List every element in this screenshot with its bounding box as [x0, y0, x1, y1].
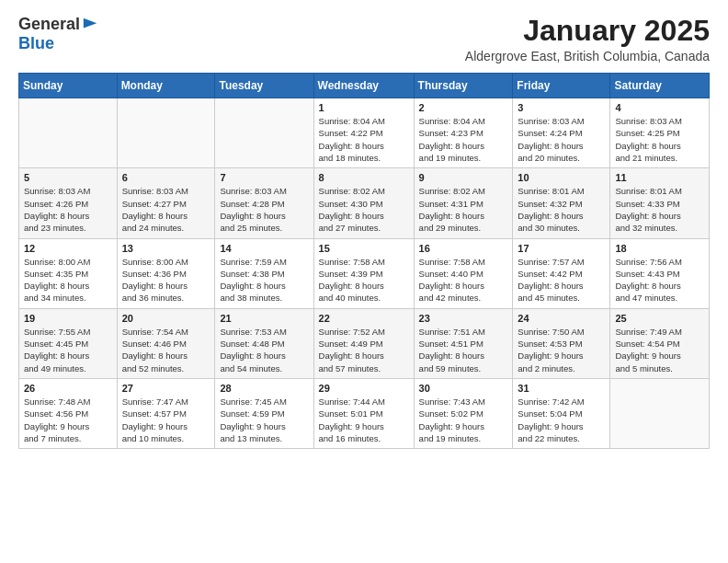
calendar-cell: 13Sunrise: 8:00 AM Sunset: 4:36 PM Dayli…	[117, 238, 215, 308]
day-number: 4	[615, 102, 704, 113]
day-info: Sunrise: 7:49 AM Sunset: 4:54 PM Dayligh…	[615, 326, 704, 374]
day-number: 22	[319, 313, 409, 324]
logo-general-text: General	[18, 15, 80, 34]
calendar-cell: 20Sunrise: 7:54 AM Sunset: 4:46 PM Dayli…	[117, 308, 215, 378]
day-info: Sunrise: 7:45 AM Sunset: 4:59 PM Dayligh…	[220, 396, 308, 444]
day-number: 18	[615, 243, 704, 254]
day-header-monday: Monday	[117, 74, 215, 98]
day-header-saturday: Saturday	[610, 74, 710, 98]
calendar-cell: 23Sunrise: 7:51 AM Sunset: 4:51 PM Dayli…	[414, 308, 513, 378]
location-subtitle: Aldergrove East, British Columbia, Canad…	[465, 49, 710, 63]
day-number: 23	[419, 313, 508, 324]
day-header-thursday: Thursday	[414, 74, 513, 98]
calendar-week-row: 26Sunrise: 7:48 AM Sunset: 4:56 PM Dayli…	[19, 378, 710, 448]
day-number: 1	[319, 102, 409, 113]
calendar-cell: 21Sunrise: 7:53 AM Sunset: 4:48 PM Dayli…	[215, 308, 313, 378]
calendar-cell: 17Sunrise: 7:57 AM Sunset: 4:42 PM Dayli…	[513, 238, 610, 308]
calendar-cell: 12Sunrise: 8:00 AM Sunset: 4:35 PM Dayli…	[19, 238, 118, 308]
day-info: Sunrise: 8:00 AM Sunset: 4:35 PM Dayligh…	[24, 256, 112, 304]
logo-flag-icon	[82, 17, 98, 33]
calendar-cell: 2Sunrise: 8:04 AM Sunset: 4:23 PM Daylig…	[414, 98, 513, 168]
day-number: 3	[518, 102, 605, 113]
day-number: 30	[419, 383, 508, 394]
day-info: Sunrise: 7:51 AM Sunset: 4:51 PM Dayligh…	[419, 326, 508, 374]
logo: General Blue	[18, 15, 98, 53]
day-info: Sunrise: 8:01 AM Sunset: 4:33 PM Dayligh…	[615, 185, 704, 234]
day-header-wednesday: Wednesday	[313, 74, 414, 98]
calendar-cell: 27Sunrise: 7:47 AM Sunset: 4:57 PM Dayli…	[117, 378, 215, 448]
day-info: Sunrise: 7:44 AM Sunset: 5:01 PM Dayligh…	[319, 396, 409, 444]
calendar-cell: 24Sunrise: 7:50 AM Sunset: 4:53 PM Dayli…	[513, 308, 610, 378]
calendar-cell: 3Sunrise: 8:03 AM Sunset: 4:24 PM Daylig…	[513, 98, 610, 168]
calendar-cell: 28Sunrise: 7:45 AM Sunset: 4:59 PM Dayli…	[215, 378, 313, 448]
calendar-cell	[117, 98, 215, 168]
day-number: 27	[122, 383, 210, 394]
calendar-cell: 26Sunrise: 7:48 AM Sunset: 4:56 PM Dayli…	[19, 378, 118, 448]
day-info: Sunrise: 8:03 AM Sunset: 4:27 PM Dayligh…	[122, 185, 210, 234]
day-info: Sunrise: 7:47 AM Sunset: 4:57 PM Dayligh…	[122, 396, 210, 444]
day-info: Sunrise: 8:04 AM Sunset: 4:22 PM Dayligh…	[319, 115, 409, 164]
day-number: 17	[518, 243, 605, 254]
day-info: Sunrise: 8:03 AM Sunset: 4:26 PM Dayligh…	[24, 185, 112, 234]
day-info: Sunrise: 7:52 AM Sunset: 4:49 PM Dayligh…	[319, 326, 409, 374]
day-number: 13	[122, 243, 210, 254]
svg-marker-0	[84, 17, 97, 28]
day-number: 11	[615, 172, 704, 183]
day-number: 25	[615, 313, 704, 324]
calendar-cell: 16Sunrise: 7:58 AM Sunset: 4:40 PM Dayli…	[414, 238, 513, 308]
day-header-sunday: Sunday	[19, 74, 118, 98]
day-info: Sunrise: 7:59 AM Sunset: 4:38 PM Dayligh…	[220, 256, 308, 304]
title-section: January 2025 Aldergrove East, British Co…	[465, 15, 710, 63]
day-info: Sunrise: 7:43 AM Sunset: 5:02 PM Dayligh…	[419, 396, 508, 444]
day-info: Sunrise: 7:57 AM Sunset: 4:42 PM Dayligh…	[518, 256, 605, 304]
calendar-cell: 1Sunrise: 8:04 AM Sunset: 4:22 PM Daylig…	[313, 98, 414, 168]
day-info: Sunrise: 7:48 AM Sunset: 4:56 PM Dayligh…	[24, 396, 112, 444]
day-number: 20	[122, 313, 210, 324]
calendar-cell	[610, 378, 710, 448]
day-number: 9	[419, 172, 508, 183]
calendar-week-row: 12Sunrise: 8:00 AM Sunset: 4:35 PM Dayli…	[19, 238, 710, 308]
logo-blue-text: Blue	[18, 34, 54, 53]
calendar-cell: 9Sunrise: 8:02 AM Sunset: 4:31 PM Daylig…	[414, 168, 513, 238]
day-info: Sunrise: 8:00 AM Sunset: 4:36 PM Dayligh…	[122, 256, 210, 304]
calendar-week-row: 19Sunrise: 7:55 AM Sunset: 4:45 PM Dayli…	[19, 308, 710, 378]
calendar-cell: 19Sunrise: 7:55 AM Sunset: 4:45 PM Dayli…	[19, 308, 118, 378]
calendar-table: SundayMondayTuesdayWednesdayThursdayFrid…	[18, 73, 710, 449]
day-info: Sunrise: 8:04 AM Sunset: 4:23 PM Dayligh…	[419, 115, 508, 164]
calendar-cell: 11Sunrise: 8:01 AM Sunset: 4:33 PM Dayli…	[610, 168, 710, 238]
calendar-cell: 8Sunrise: 8:02 AM Sunset: 4:30 PM Daylig…	[313, 168, 414, 238]
calendar-cell: 30Sunrise: 7:43 AM Sunset: 5:02 PM Dayli…	[414, 378, 513, 448]
day-info: Sunrise: 7:42 AM Sunset: 5:04 PM Dayligh…	[518, 396, 605, 444]
calendar-cell: 14Sunrise: 7:59 AM Sunset: 4:38 PM Dayli…	[215, 238, 313, 308]
day-number: 10	[518, 172, 605, 183]
calendar-cell	[19, 98, 118, 168]
day-info: Sunrise: 8:02 AM Sunset: 4:31 PM Dayligh…	[419, 185, 508, 234]
calendar-week-row: 1Sunrise: 8:04 AM Sunset: 4:22 PM Daylig…	[19, 98, 710, 168]
day-number: 28	[220, 383, 308, 394]
calendar-cell: 4Sunrise: 8:03 AM Sunset: 4:25 PM Daylig…	[610, 98, 710, 168]
day-info: Sunrise: 7:55 AM Sunset: 4:45 PM Dayligh…	[24, 326, 112, 374]
day-info: Sunrise: 8:02 AM Sunset: 4:30 PM Dayligh…	[319, 185, 409, 234]
calendar-cell: 29Sunrise: 7:44 AM Sunset: 5:01 PM Dayli…	[313, 378, 414, 448]
day-header-friday: Friday	[513, 74, 610, 98]
day-number: 31	[518, 383, 605, 394]
day-info: Sunrise: 7:54 AM Sunset: 4:46 PM Dayligh…	[122, 326, 210, 374]
day-info: Sunrise: 7:50 AM Sunset: 4:53 PM Dayligh…	[518, 326, 605, 374]
day-number: 26	[24, 383, 112, 394]
day-info: Sunrise: 7:58 AM Sunset: 4:40 PM Dayligh…	[419, 256, 508, 304]
day-info: Sunrise: 8:01 AM Sunset: 4:32 PM Dayligh…	[518, 185, 605, 234]
calendar-cell: 18Sunrise: 7:56 AM Sunset: 4:43 PM Dayli…	[610, 238, 710, 308]
day-number: 12	[24, 243, 112, 254]
page: General Blue January 2025 Aldergrove Eas…	[0, 0, 728, 563]
calendar-cell	[215, 98, 313, 168]
day-number: 8	[319, 172, 409, 183]
day-number: 24	[518, 313, 605, 324]
day-header-tuesday: Tuesday	[215, 74, 313, 98]
day-number: 7	[220, 172, 308, 183]
calendar-cell: 25Sunrise: 7:49 AM Sunset: 4:54 PM Dayli…	[610, 308, 710, 378]
calendar-cell: 10Sunrise: 8:01 AM Sunset: 4:32 PM Dayli…	[513, 168, 610, 238]
calendar-cell: 7Sunrise: 8:03 AM Sunset: 4:28 PM Daylig…	[215, 168, 313, 238]
calendar-header-row: SundayMondayTuesdayWednesdayThursdayFrid…	[19, 74, 710, 98]
day-info: Sunrise: 8:03 AM Sunset: 4:24 PM Dayligh…	[518, 115, 605, 164]
day-number: 2	[419, 102, 508, 113]
